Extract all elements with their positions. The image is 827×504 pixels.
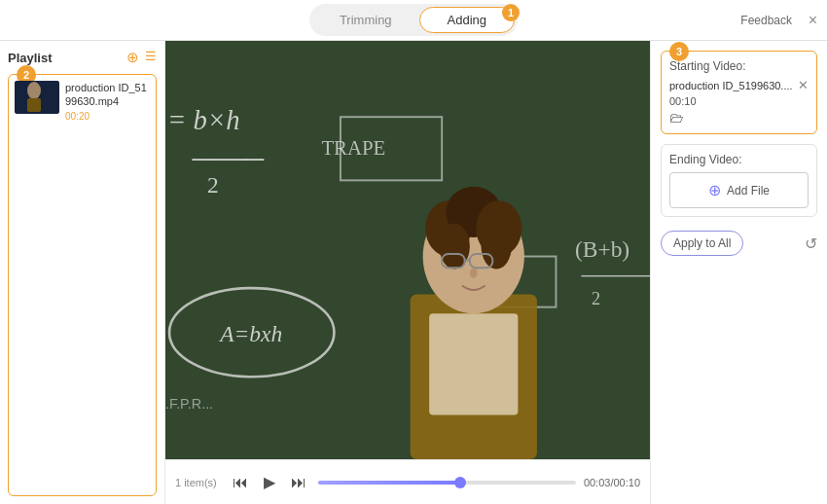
main-layout: Playlist ⊕ ☰ 2 xyxy=(0,41,827,504)
svg-text:2: 2 xyxy=(592,289,600,308)
svg-text:────: ──── xyxy=(191,145,264,173)
controls-bar: 1 item(s) ⏮ ▶ ⏭ 00:03/00:10 xyxy=(165,459,650,504)
skip-back-button[interactable]: ⏮ xyxy=(229,472,252,493)
tab-trimming-label: Trimming xyxy=(340,13,392,27)
svg-text:─────: ───── xyxy=(581,264,650,287)
progress-thumb[interactable] xyxy=(454,477,466,488)
svg-point-29 xyxy=(470,268,478,277)
tab-adding[interactable]: Adding 1 xyxy=(419,7,515,33)
starting-video-duration: 00:10 xyxy=(669,95,809,107)
item-count: 1 item(s) xyxy=(175,477,217,488)
item-duration: 00:20 xyxy=(65,111,150,122)
add-file-button[interactable]: ⊕ Add File xyxy=(669,172,809,208)
video-scene: A = b×h ──── 2 ? TRAPE A=bxh (B+b) ─────… xyxy=(165,41,650,459)
thumbnail xyxy=(15,81,59,114)
video-area: A = b×h ──── 2 ? TRAPE A=bxh (B+b) ─────… xyxy=(165,41,650,459)
svg-text:(B+b): (B+b) xyxy=(575,236,629,262)
refresh-button[interactable]: ↺ xyxy=(805,234,817,253)
tab-adding-badge: 1 xyxy=(502,4,520,21)
center-panel: A = b×h ──── 2 ? TRAPE A=bxh (B+b) ─────… xyxy=(165,41,650,504)
add-file-icon: ⊕ xyxy=(708,181,721,199)
ending-video-label: Ending Video: xyxy=(669,153,809,166)
add-file-label: Add File xyxy=(727,184,770,198)
starting-video-section: 3 Starting Video: production ID_5199630.… xyxy=(661,51,817,134)
svg-text:A=bxh: A=bxh xyxy=(218,321,282,346)
add-media-icon[interactable]: ⊕ xyxy=(126,49,139,66)
list-item[interactable]: production ID_5199630.mp4 00:20 xyxy=(15,81,150,122)
remove-media-icon[interactable]: ☰ xyxy=(145,49,157,66)
close-button[interactable]: × xyxy=(809,13,817,28)
left-panel: Playlist ⊕ ☰ 2 xyxy=(0,41,165,504)
right-panel: 3 Starting Video: production ID_5199630.… xyxy=(650,41,827,504)
starting-video-clear-button[interactable]: ✕ xyxy=(798,79,809,91)
feedback-link[interactable]: Feedback xyxy=(740,14,792,27)
tab-group: Trimming Adding 1 xyxy=(309,4,518,36)
svg-text:P.D.F.P.R...: P.D.F.P.R... xyxy=(165,396,213,412)
starting-video-browse-button[interactable]: 🗁 xyxy=(669,109,684,126)
svg-rect-19 xyxy=(429,313,518,414)
playlist-header: Playlist ⊕ ☰ xyxy=(8,49,157,66)
svg-text:TRAPE: TRAPE xyxy=(321,136,385,160)
apply-section: Apply to All ↺ xyxy=(661,231,817,256)
apply-to-all-label: Apply to All xyxy=(673,236,731,250)
top-bar: Trimming Adding 1 Feedback × xyxy=(0,0,827,41)
time-current: 00:03 xyxy=(584,477,611,488)
tab-adding-label: Adding xyxy=(448,13,486,27)
item-name: production ID_5199630.mp4 xyxy=(65,81,150,109)
tab-trimming[interactable]: Trimming xyxy=(312,8,419,32)
section-badge-3: 3 xyxy=(669,42,689,61)
playlist-icons: ⊕ ☰ xyxy=(126,49,157,66)
svg-text:A = b×h: A = b×h xyxy=(165,104,240,135)
thumbnail-inner xyxy=(15,81,59,114)
progress-fill xyxy=(318,481,460,485)
svg-rect-3 xyxy=(15,81,59,114)
thumbnail-svg xyxy=(15,81,59,114)
item-info: production ID_5199630.mp4 00:20 xyxy=(65,81,150,122)
time-total: 00:10 xyxy=(613,477,640,488)
starting-video-label: Starting Video: xyxy=(669,59,809,73)
playlist-area: 2 production ID_5199630.mp4 xyxy=(8,74,157,496)
time-display: 00:03/00:10 xyxy=(584,477,640,488)
svg-point-25 xyxy=(482,224,512,270)
svg-text:2: 2 xyxy=(207,172,219,198)
ending-video-section: Ending Video: ⊕ Add File xyxy=(661,144,817,217)
playlist-title: Playlist xyxy=(8,51,53,65)
play-button[interactable]: ▶ xyxy=(260,471,279,493)
starting-video-filename: production ID_5199630.... xyxy=(669,80,794,91)
skip-forward-button[interactable]: ⏭ xyxy=(287,472,310,493)
starting-video-file-row: production ID_5199630.... ✕ xyxy=(669,79,809,91)
apply-to-all-button[interactable]: Apply to All xyxy=(661,231,743,256)
progress-bar[interactable] xyxy=(318,481,576,485)
